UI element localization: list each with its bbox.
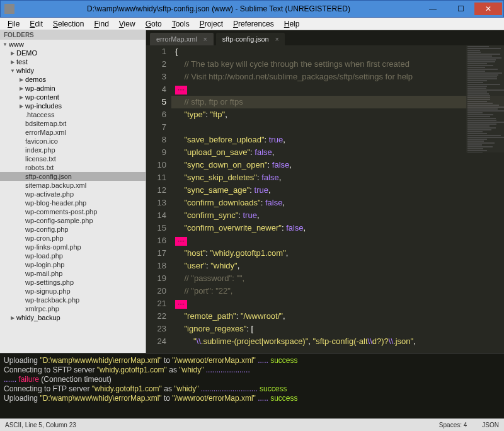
code-view[interactable]: 123456789101112131415161718192021222324 … <box>146 45 504 353</box>
code-line[interactable]: "sync_same_age": true, <box>171 184 504 197</box>
line-number[interactable]: 19 <box>146 272 166 285</box>
line-number[interactable]: 11 <box>146 171 166 184</box>
code-line[interactable]: ···· <box>171 234 504 247</box>
line-number[interactable]: 16 <box>146 234 166 247</box>
close-icon[interactable]: × <box>203 36 207 43</box>
code-line[interactable]: "confirm_overwrite_newer": false, <box>171 222 504 234</box>
file-sftp-config-json[interactable]: sftp-config.json <box>0 172 146 181</box>
file-wp-config-php[interactable]: wp-config.php <box>0 225 146 234</box>
folder-wp-admin[interactable]: ▶wp-admin <box>0 84 146 93</box>
code-line[interactable]: ···· <box>171 83 504 96</box>
line-number[interactable]: 10 <box>146 159 166 171</box>
code-line[interactable]: "host": "whidy.gotoftp1.com", <box>171 247 504 260</box>
line-number[interactable]: 4 <box>146 83 166 96</box>
file-wp-trackback-php[interactable]: wp-trackback.php <box>0 296 146 304</box>
minimize-button[interactable]: — <box>419 3 447 15</box>
file-errormap-xml[interactable]: errorMap.xml <box>0 128 146 137</box>
file-xmlrpc-php[interactable]: xmlrpc.php <box>0 304 146 313</box>
file--htaccess[interactable]: .htaccess <box>0 110 146 119</box>
menu-selection[interactable]: Selection <box>48 18 89 30</box>
chevron-right-icon[interactable]: ▶ <box>9 59 16 65</box>
line-number[interactable]: 14 <box>146 209 166 222</box>
code-line[interactable]: "ignore_regexes": [ <box>171 323 504 335</box>
minimap[interactable] <box>466 45 504 152</box>
code-line[interactable]: "sync_down_on_open": false, <box>171 159 504 171</box>
line-number[interactable]: 20 <box>146 285 166 297</box>
chevron-right-icon[interactable]: ▶ <box>9 50 16 56</box>
line-number[interactable]: 7 <box>146 121 166 134</box>
maximize-button[interactable]: ☐ <box>447 3 474 15</box>
line-number[interactable]: 3 <box>146 71 166 83</box>
folder-wp-includes[interactable]: ▶wp-includes <box>0 101 146 110</box>
line-number[interactable]: 21 <box>146 297 166 310</box>
folder-www[interactable]: ▼www <box>0 40 146 49</box>
folder-whidy[interactable]: ▼whidy <box>0 66 146 75</box>
tab-sftp-config-json[interactable]: sftp-config.json× <box>216 33 285 45</box>
file-wp-comments-post-php[interactable]: wp-comments-post.php <box>0 207 146 216</box>
code-line[interactable]: "remote_path": "/wwwroot/", <box>171 310 504 323</box>
line-number[interactable]: 17 <box>146 247 166 260</box>
status-syntax[interactable]: JSON <box>482 422 499 428</box>
menu-edit[interactable]: Edit <box>25 18 48 30</box>
code-line[interactable]: "confirm_downloads": false, <box>171 197 504 209</box>
file-favicon-ico[interactable]: favicon.ico <box>0 137 146 146</box>
file-license-txt[interactable]: license.txt <box>0 154 146 163</box>
chevron-down-icon[interactable]: ▼ <box>1 42 9 47</box>
file-wp-links-opml-php[interactable]: wp-links-opml.php <box>0 243 146 251</box>
file-wp-login-php[interactable]: wp-login.php <box>0 260 146 269</box>
folder-demo[interactable]: ▶DEMO <box>0 49 146 57</box>
code-line[interactable]: // Visit http://wbond.net/sublime_packag… <box>171 71 504 83</box>
line-number[interactable]: 18 <box>146 260 166 272</box>
line-number[interactable]: 12 <box>146 184 166 197</box>
code-line[interactable]: // "password": "", <box>171 272 504 285</box>
line-number[interactable]: 9 <box>146 146 166 159</box>
status-cursor[interactable]: ASCII, Line 5, Column 23 <box>5 422 424 428</box>
code-line[interactable]: ···· <box>171 297 504 310</box>
code-line[interactable]: "confirm_sync": true, <box>171 209 504 222</box>
console-panel[interactable]: Uploading "D:\wamp\www\whidy\errorMap.xm… <box>0 353 504 418</box>
file-wp-activate-php[interactable]: wp-activate.php <box>0 190 146 198</box>
line-number[interactable]: 1 <box>146 45 166 58</box>
file-index-php[interactable]: index.php <box>0 146 146 154</box>
folder-demos[interactable]: ▶demos <box>0 75 146 84</box>
status-spaces[interactable]: Spaces: 4 <box>439 422 467 428</box>
code-line[interactable] <box>171 121 504 134</box>
line-number[interactable]: 6 <box>146 108 166 121</box>
line-number[interactable]: 2 <box>146 58 166 71</box>
chevron-right-icon[interactable]: ▶ <box>18 77 25 83</box>
chevron-right-icon[interactable]: ▶ <box>18 103 25 109</box>
tab-errormap-xml[interactable]: errorMap.xml× <box>150 33 214 45</box>
code-line[interactable]: "user": "whidy", <box>171 260 504 272</box>
line-number[interactable]: 22 <box>146 310 166 323</box>
sidebar[interactable]: FOLDERS ▼www▶DEMO▶test▼whidy▶demos▶wp-ad… <box>0 30 146 353</box>
folder-test[interactable]: ▶test <box>0 57 146 66</box>
fold-marker[interactable]: ···· <box>175 237 187 246</box>
file-wp-load-php[interactable]: wp-load.php <box>0 251 146 260</box>
close-icon[interactable]: × <box>275 36 279 43</box>
code[interactable]: { // The tab key will cycle through the … <box>171 45 504 353</box>
file-wp-cron-php[interactable]: wp-cron.php <box>0 234 146 243</box>
menu-find[interactable]: Find <box>89 18 113 30</box>
menu-view[interactable]: View <box>114 18 140 30</box>
code-line[interactable]: "save_before_upload": true, <box>171 134 504 146</box>
file-wp-signup-php[interactable]: wp-signup.php <box>0 287 146 296</box>
code-line[interactable]: "sync_skip_deletes": false, <box>171 171 504 184</box>
close-button[interactable]: ✕ <box>474 3 502 15</box>
file-bdsitemap-txt[interactable]: bdsitemap.txt <box>0 119 146 128</box>
file-wp-blog-header-php[interactable]: wp-blog-header.php <box>0 198 146 207</box>
code-line[interactable]: "upload_on_save": false, <box>171 146 504 159</box>
line-number[interactable]: 13 <box>146 197 166 209</box>
file-wp-settings-php[interactable]: wp-settings.php <box>0 278 146 287</box>
menu-file[interactable]: File <box>3 18 25 30</box>
menu-goto[interactable]: Goto <box>140 18 167 30</box>
line-number[interactable]: 15 <box>146 222 166 234</box>
code-line[interactable]: "\\.sublime-(project|workspace)", "sftp-… <box>171 335 504 348</box>
folder-whidy-backup[interactable]: ▶whidy_backup <box>0 313 146 322</box>
line-number[interactable]: 24 <box>146 335 166 348</box>
chevron-right-icon[interactable]: ▶ <box>18 95 25 100</box>
code-line[interactable]: // The tab key will cycle through the se… <box>171 58 504 71</box>
code-line[interactable]: "type": "ftp", <box>171 108 504 121</box>
chevron-right-icon[interactable]: ▶ <box>18 86 25 91</box>
line-number[interactable]: 8 <box>146 134 166 146</box>
menu-tools[interactable]: Tools <box>167 18 195 30</box>
